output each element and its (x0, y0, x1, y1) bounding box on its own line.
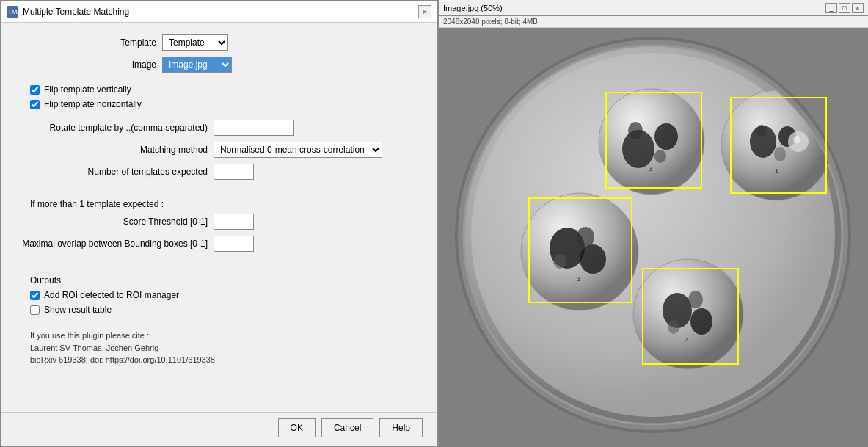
minimize-button[interactable]: _ (825, 3, 837, 13)
matching-method-label: Matching method (15, 145, 214, 155)
image-label: Image (15, 59, 162, 70)
ok-button[interactable]: OK (278, 418, 316, 437)
num-templates-input[interactable]: 4 (214, 164, 254, 180)
svg-point-31 (668, 321, 679, 334)
dialog-titlebar: TM Multiple Template Matching × (1, 1, 437, 23)
svg-point-29 (690, 308, 712, 335)
citation-line3: bioRxiv 619338; doi: https://doi.org/10.… (30, 354, 423, 366)
flip-vertical-checkbox[interactable] (30, 85, 40, 95)
add-roi-checkbox[interactable] (30, 291, 40, 300)
image-window-controls: _ □ × (825, 3, 864, 13)
dialog-buttons: OK Cancel Help (1, 412, 437, 446)
image-row: Image Image.jpg (15, 57, 423, 73)
score-threshold-input[interactable]: 0.40 (214, 214, 254, 230)
image-subtitle: 2048x2048 pixels; 8-bit; 4MB (439, 16, 868, 28)
svg-text:1: 1 (775, 167, 778, 175)
specimen-container: 3 1 (439, 28, 868, 443)
svg-point-7 (628, 122, 643, 139)
svg-point-24 (553, 254, 566, 269)
more-than-1-label: If more than 1 template expected : (30, 199, 423, 209)
num-templates-row: Number of templates expected 4 (15, 164, 423, 180)
svg-text:3: 3 (577, 275, 580, 283)
show-result-checkbox[interactable] (30, 305, 40, 315)
flip-vertical-row: Flip template vertically (30, 84, 423, 95)
citation-block: If you use this plugin please cite : Lau… (30, 330, 423, 366)
rotate-label: Rotate template by ..(comma-separated) (15, 123, 214, 133)
dialog-content: Template Template Image Image.jpg Flip t… (1, 23, 437, 412)
svg-point-30 (688, 291, 703, 308)
help-button[interactable]: Help (379, 418, 423, 437)
add-roi-label: Add ROI detected to ROI manager (44, 290, 179, 300)
show-result-label: Show result table (44, 305, 112, 315)
template-row: Template Template (15, 34, 423, 51)
num-templates-label: Number of templates expected (15, 167, 214, 177)
svg-point-11 (721, 90, 831, 200)
max-overlap-input[interactable]: 0.25 (214, 236, 254, 252)
flip-horizontal-label: Flip template horizontally (44, 99, 142, 109)
score-threshold-label: Score Threshold [0-1] (15, 217, 214, 227)
max-overlap-row: Maximal overlap between Bounding boxes [… (15, 236, 423, 252)
outputs-label: Outputs (30, 275, 423, 286)
svg-text:4: 4 (685, 336, 689, 344)
maximize-button[interactable]: □ (839, 3, 850, 13)
svg-point-14 (774, 147, 786, 161)
max-overlap-label: Maximal overlap between Bounding boxes [… (15, 239, 214, 249)
show-result-row: Show result table (30, 305, 423, 315)
svg-point-17 (793, 136, 800, 143)
specimen-svg: 3 1 (439, 28, 868, 443)
flip-horizontal-checkbox[interactable] (30, 100, 40, 109)
citation-line2: Laurent SV Thomas, Jochen Gehrig (30, 342, 423, 355)
matching-method-select[interactable]: Normalised 0-mean cross-correlation (214, 142, 382, 158)
cancel-button[interactable]: Cancel (321, 418, 373, 437)
image-panel: Image.jpg (50%) _ □ × 2048x2048 pixels; … (439, 0, 868, 447)
image-titlebar: Image.jpg (50%) _ □ × (439, 0, 868, 16)
dialog-panel: TM Multiple Template Matching × Template… (0, 0, 439, 447)
close-image-button[interactable]: × (852, 3, 864, 13)
flip-horizontal-row: Flip template horizontally (30, 99, 423, 109)
image-select[interactable]: Image.jpg (162, 57, 232, 73)
dialog-title: Multiple Template Matching (23, 7, 414, 17)
svg-point-8 (654, 150, 666, 163)
svg-point-15 (756, 125, 767, 137)
citation-line1: If you use this plugin please cite : (30, 330, 423, 342)
image-title: Image.jpg (50%) (443, 4, 503, 12)
dialog-icon: TM (7, 6, 18, 18)
svg-point-22 (580, 244, 606, 274)
matching-method-row: Matching method Normalised 0-mean cross-… (15, 142, 423, 158)
template-label: Template (15, 37, 162, 48)
flip-vertical-label: Flip template vertically (44, 84, 131, 95)
svg-text:3: 3 (649, 165, 652, 172)
add-roi-row: Add ROI detected to ROI manager (30, 290, 423, 300)
template-select[interactable]: Template (162, 34, 228, 51)
dialog-close-button[interactable]: × (418, 5, 431, 18)
svg-point-23 (577, 227, 594, 247)
svg-point-6 (654, 123, 678, 150)
rotate-row: Rotate template by ..(comma-separated) 9… (15, 120, 423, 136)
score-threshold-row: Score Threshold [0-1] 0.40 (15, 214, 423, 230)
rotate-input[interactable]: 90,180,270 (214, 120, 294, 136)
